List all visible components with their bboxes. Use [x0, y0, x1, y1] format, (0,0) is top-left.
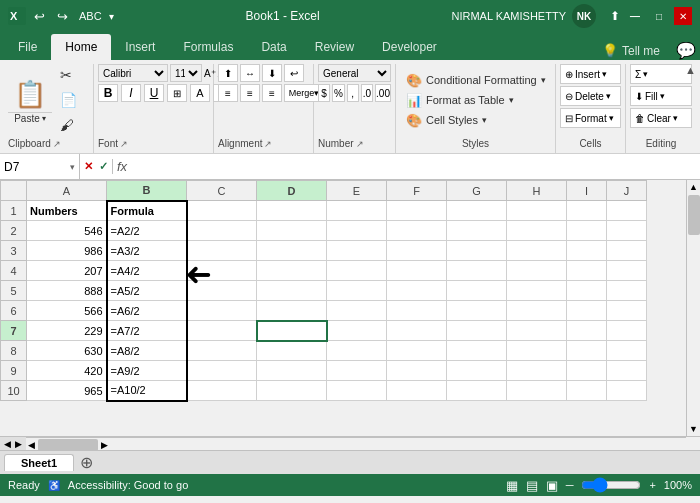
cell-a10[interactable]: 965 [27, 381, 107, 401]
cell-h1[interactable] [507, 201, 567, 221]
col-header-h[interactable]: H [507, 181, 567, 201]
zoom-in-btn[interactable]: + [649, 479, 655, 491]
cell-h4[interactable] [507, 261, 567, 281]
cell-j4[interactable] [607, 261, 647, 281]
cell-d5[interactable] [257, 281, 327, 301]
cell-b5[interactable]: =A5/2 [107, 281, 187, 301]
cell-j7[interactable] [607, 321, 647, 341]
cell-b1[interactable]: Formula [107, 201, 187, 221]
cell-b10[interactable]: =A10/2 [107, 381, 187, 401]
paste-dropdown-icon[interactable]: ▾ [42, 114, 46, 123]
cell-c4[interactable] [187, 261, 257, 281]
cell-c2[interactable] [187, 221, 257, 241]
cell-e7[interactable] [327, 321, 387, 341]
cell-g10[interactable] [447, 381, 507, 401]
ribbon-collapse-btn[interactable]: ⬆ [610, 9, 620, 23]
cell-h9[interactable] [507, 361, 567, 381]
add-sheet-button[interactable]: ⊕ [76, 453, 97, 472]
cond-format-dropdown-icon[interactable]: ▾ [541, 75, 546, 85]
cell-d4[interactable] [257, 261, 327, 281]
cell-e5[interactable] [327, 281, 387, 301]
font-family-select[interactable]: Calibri [98, 64, 168, 82]
clipboard-expand-icon[interactable]: ↗ [53, 139, 61, 149]
alignment-expand-icon[interactable]: ↗ [264, 139, 272, 149]
col-header-e[interactable]: E [327, 181, 387, 201]
align-left-btn[interactable]: ≡ [218, 84, 238, 102]
tell-me-bar[interactable]: 💡 Tell me [594, 41, 668, 60]
cell-a6[interactable]: 566 [27, 301, 107, 321]
comma-btn[interactable]: , [347, 84, 359, 102]
cell-j10[interactable] [607, 381, 647, 401]
cell-i1[interactable] [567, 201, 607, 221]
cell-f3[interactable] [387, 241, 447, 261]
scroll-sheet-left-btn[interactable]: ◀ [4, 439, 11, 449]
clear-btn[interactable]: 🗑 Clear ▾ [630, 108, 692, 128]
cell-e8[interactable] [327, 341, 387, 361]
cell-i3[interactable] [567, 241, 607, 261]
scroll-right-btn[interactable]: ▶ [99, 438, 110, 451]
cell-a2[interactable]: 546 [27, 221, 107, 241]
cell-d9[interactable] [257, 361, 327, 381]
cell-i4[interactable] [567, 261, 607, 281]
cell-d6[interactable] [257, 301, 327, 321]
cell-styles-dropdown-icon[interactable]: ▾ [482, 115, 487, 125]
cell-a9[interactable]: 420 [27, 361, 107, 381]
scroll-thumb-vertical[interactable] [688, 195, 700, 235]
cut-button[interactable]: ✂ [56, 64, 81, 86]
tab-file[interactable]: File [4, 34, 51, 60]
delete-cells-btn[interactable]: ⊖ Delete ▾ [560, 86, 621, 106]
close-button[interactable]: ✕ [674, 7, 692, 25]
col-header-b[interactable]: B [107, 181, 187, 201]
cell-b2[interactable]: =A2/2 [107, 221, 187, 241]
cell-f2[interactable] [387, 221, 447, 241]
cell-g6[interactable] [447, 301, 507, 321]
col-header-j[interactable]: J [607, 181, 647, 201]
increase-decimal-btn[interactable]: .00 [375, 84, 391, 102]
conditional-formatting-btn[interactable]: 🎨 Conditional Formatting ▾ [400, 71, 552, 90]
percent-btn[interactable]: % [332, 84, 344, 102]
cell-b7[interactable]: =A7/2 [107, 321, 187, 341]
cell-g8[interactable] [447, 341, 507, 361]
cell-e4[interactable] [327, 261, 387, 281]
zoom-out-btn[interactable]: ─ [566, 479, 574, 491]
cell-c3[interactable] [187, 241, 257, 261]
cell-d3[interactable] [257, 241, 327, 261]
cell-g7[interactable] [447, 321, 507, 341]
page-layout-btn[interactable]: ▤ [526, 478, 538, 493]
ribbon-collapse-arrow[interactable]: ▲ [685, 64, 696, 76]
cell-b9[interactable]: =A9/2 [107, 361, 187, 381]
cell-j8[interactable] [607, 341, 647, 361]
wrap-text-btn[interactable]: ↩ [284, 64, 304, 82]
cell-b8[interactable]: =A8/2 [107, 341, 187, 361]
cell-i10[interactable] [567, 381, 607, 401]
tab-home[interactable]: Home [51, 34, 111, 60]
cell-c10[interactable] [187, 381, 257, 401]
align-right-btn[interactable]: ≡ [262, 84, 282, 102]
horizontal-scrollbar[interactable]: ◀ ▶ [26, 437, 686, 450]
cell-a7[interactable]: 229 [27, 321, 107, 341]
cell-j9[interactable] [607, 361, 647, 381]
cell-b6[interactable]: =A6/2 [107, 301, 187, 321]
normal-view-btn[interactable]: ▦ [506, 478, 518, 493]
cell-f6[interactable] [387, 301, 447, 321]
col-header-f[interactable]: F [387, 181, 447, 201]
fill-btn[interactable]: ⬇ Fill ▾ [630, 86, 692, 106]
cell-c8[interactable] [187, 341, 257, 361]
cell-f7[interactable] [387, 321, 447, 341]
name-box-dropdown[interactable]: ▾ [70, 162, 75, 172]
cell-j3[interactable] [607, 241, 647, 261]
copy-button[interactable]: 📄 [56, 89, 81, 111]
cell-g4[interactable] [447, 261, 507, 281]
cell-h5[interactable] [507, 281, 567, 301]
cell-c6[interactable] [187, 301, 257, 321]
spelling-button[interactable]: ABC [76, 8, 105, 24]
name-box[interactable]: D7 ▾ [0, 154, 80, 179]
redo-button[interactable]: ↪ [53, 7, 72, 26]
cell-g2[interactable] [447, 221, 507, 241]
page-break-btn[interactable]: ▣ [546, 478, 558, 493]
cell-h8[interactable] [507, 341, 567, 361]
scroll-left-btn[interactable]: ◀ [26, 438, 37, 451]
cell-b3[interactable]: =A3/2 [107, 241, 187, 261]
delete-cells-dropdown[interactable]: ▾ [606, 91, 611, 101]
share-button[interactable]: 💬 [676, 41, 696, 60]
